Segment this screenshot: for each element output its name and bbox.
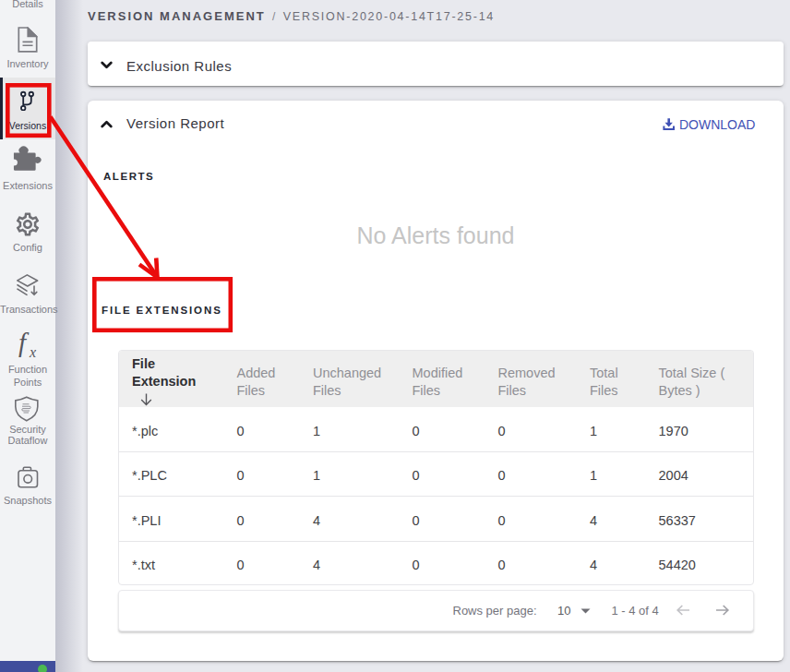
svg-text:x: x [29,344,36,359]
svg-text:f: f [18,329,30,357]
